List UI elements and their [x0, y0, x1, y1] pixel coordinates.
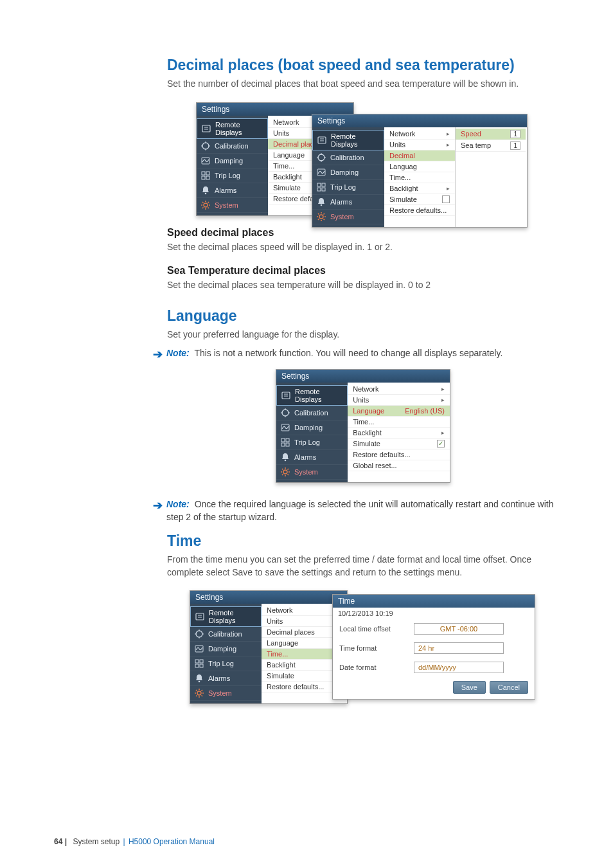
time-format-field[interactable]: 24 hr — [414, 642, 504, 654]
list-item[interactable]: Network▸ — [348, 384, 450, 395]
arrow-right-icon: ➔ — [153, 500, 163, 511]
list-item[interactable]: Backlight▸ — [384, 183, 455, 194]
target-icon — [200, 141, 211, 151]
list-item[interactable]: Simulate — [348, 439, 450, 449]
arrow-right-icon: ➔ — [153, 348, 163, 360]
sidebar: Remote Displays Calibration Damping Trip… — [190, 604, 262, 703]
grid-icon — [280, 437, 290, 448]
sidebar-item-damping[interactable]: Damping — [197, 154, 268, 168]
displays-icon — [281, 390, 291, 401]
list-item[interactable]: Backlight▸ — [348, 428, 450, 439]
sidebar-item-alarms[interactable]: Alarms — [197, 183, 268, 198]
chevron-right-icon: ▸ — [441, 397, 445, 403]
chevron-right-icon: ▸ — [447, 131, 450, 137]
time-clock: 10/12/2013 10:19 — [333, 608, 535, 619]
displays-icon — [201, 123, 211, 134]
sub-speed: Speed decimal places — [167, 227, 559, 239]
list-item[interactable]: Restore defaults... — [384, 205, 455, 216]
checkbox[interactable] — [437, 440, 445, 448]
wave-icon — [194, 644, 204, 654]
bell-icon — [280, 452, 290, 462]
sidebar-item-trip-log[interactable]: Trip Log — [197, 168, 268, 183]
sidebar-item-alarms[interactable]: Alarms — [276, 450, 348, 465]
bell-icon — [200, 185, 211, 195]
gear-icon — [194, 688, 204, 698]
sidebar-item-calibration[interactable]: Calibration — [197, 139, 268, 154]
flyout-speed[interactable]: Speed1 — [456, 129, 526, 140]
list-item[interactable]: Time... — [384, 172, 455, 183]
sidebar-item-damping[interactable]: Damping — [312, 165, 384, 180]
text-sea: Set the decimal places sea temperature w… — [167, 279, 559, 292]
grid-icon — [194, 658, 204, 669]
bell-icon — [194, 673, 204, 683]
time-row-date: Date format dd/MM/yyyy — [333, 658, 535, 677]
list-item[interactable]: Network▸ — [384, 129, 455, 140]
target-icon — [194, 629, 204, 639]
sidebar-item-trip-log[interactable]: Trip Log — [312, 180, 384, 195]
text-speed: Set the decimal places speed will be dis… — [167, 241, 559, 254]
list-item-language[interactable]: LanguageEnglish (US) — [348, 406, 450, 417]
list-item[interactable]: Simulate — [384, 194, 455, 205]
displays-icon — [195, 611, 205, 622]
gear-icon — [280, 467, 290, 477]
chevron-right-icon: ▸ — [441, 429, 445, 436]
sidebar-item-system[interactable]: System — [197, 198, 268, 213]
sidebar-item-damping[interactable]: Damping — [276, 420, 348, 435]
sidebar-item-alarms[interactable]: Alarms — [190, 671, 262, 686]
screenshot-time: Settings Remote Displays Calibration Dam… — [167, 590, 559, 693]
gear-icon — [200, 200, 211, 210]
sidebar-item-calibration[interactable]: Calibration — [276, 406, 348, 420]
sidebar-item-trip-log[interactable]: Trip Log — [276, 435, 348, 450]
sidebar-item-remote-displays[interactable]: Remote Displays — [197, 118, 268, 139]
sidebar-item-system[interactable]: System — [276, 465, 348, 480]
sidebar-item-system[interactable]: System — [312, 210, 384, 224]
list-item-decimal[interactable]: Decimal — [384, 150, 455, 161]
sidebar-item-remote-displays[interactable]: Remote Displays — [312, 130, 384, 150]
heading-time: Time — [167, 532, 559, 550]
intro-decimal: Set the number of decimal places that bo… — [167, 78, 559, 91]
time-offset-field[interactable]: GMT -06:00 — [414, 623, 504, 635]
heading-language: Language — [167, 307, 559, 325]
list-item[interactable]: Restore defaults... — [348, 449, 450, 460]
page-footer: 64 | System setup | H5000 Operation Manu… — [54, 837, 215, 846]
list-item[interactable]: Global reset... — [348, 460, 450, 471]
sidebar-item-remote-displays[interactable]: Remote Displays — [276, 385, 348, 406]
chevron-right-icon: ▸ — [447, 141, 450, 148]
checkbox[interactable] — [442, 195, 450, 203]
sidebar-item-alarms[interactable]: Alarms — [312, 195, 384, 210]
sidebar-item-trip-log[interactable]: Trip Log — [190, 656, 262, 671]
date-format-field[interactable]: dd/MM/yyyy — [414, 662, 504, 673]
sidebar: Remote Displays Calibration Damping Trip… — [197, 116, 268, 215]
screenshot-decimal: Settings Remote Displays Calibration Dam… — [167, 102, 559, 212]
wave-icon — [200, 156, 211, 166]
settings-list: Network▸ Units▸ LanguageEnglish (US) Tim… — [348, 383, 450, 482]
time-row-format: Time format 24 hr — [333, 638, 535, 658]
displays-icon — [317, 135, 327, 145]
heading-decimal: Decimal places (boat speed and sea tempe… — [167, 57, 559, 74]
list-item[interactable]: Languag — [384, 161, 455, 172]
time-title: Time — [333, 595, 535, 608]
wave-icon — [280, 422, 290, 433]
chevron-right-icon: ▸ — [441, 386, 445, 392]
list-item[interactable]: Units▸ — [348, 395, 450, 406]
list-item[interactable]: Time... — [348, 417, 450, 428]
sidebar: Remote Displays Calibration Damping Trip… — [312, 127, 384, 227]
sidebar-item-remote-displays[interactable]: Remote Displays — [190, 606, 262, 627]
note-language: ➔ Note: This is not a network function. … — [167, 347, 559, 360]
settings-title: Settings — [312, 114, 527, 127]
flyout-seatemp[interactable]: Sea temp1 — [456, 140, 526, 152]
sidebar-item-calibration[interactable]: Calibration — [190, 627, 262, 642]
sidebar-item-system[interactable]: System — [190, 686, 262, 701]
decimal-flyout: Speed1 Sea temp1 — [455, 127, 526, 227]
gear-icon — [316, 212, 326, 222]
target-icon — [280, 408, 290, 418]
sidebar-item-calibration[interactable]: Calibration — [312, 150, 384, 165]
intro-time: From the time menu you can set the prefe… — [167, 554, 559, 579]
wave-icon — [316, 167, 326, 177]
cancel-button[interactable]: Cancel — [490, 681, 528, 694]
list-item[interactable]: Units▸ — [384, 140, 455, 150]
sidebar-item-damping[interactable]: Damping — [190, 642, 262, 656]
save-button[interactable]: Save — [453, 681, 486, 694]
screenshot-language: Settings Remote Displays Calibration Dam… — [167, 369, 559, 483]
target-icon — [316, 152, 326, 163]
